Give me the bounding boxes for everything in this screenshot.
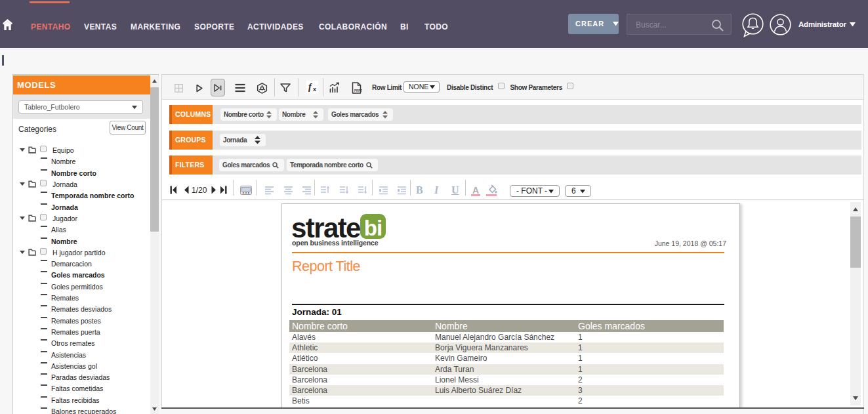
svg-text:PRPT: PRPT — [354, 89, 362, 93]
